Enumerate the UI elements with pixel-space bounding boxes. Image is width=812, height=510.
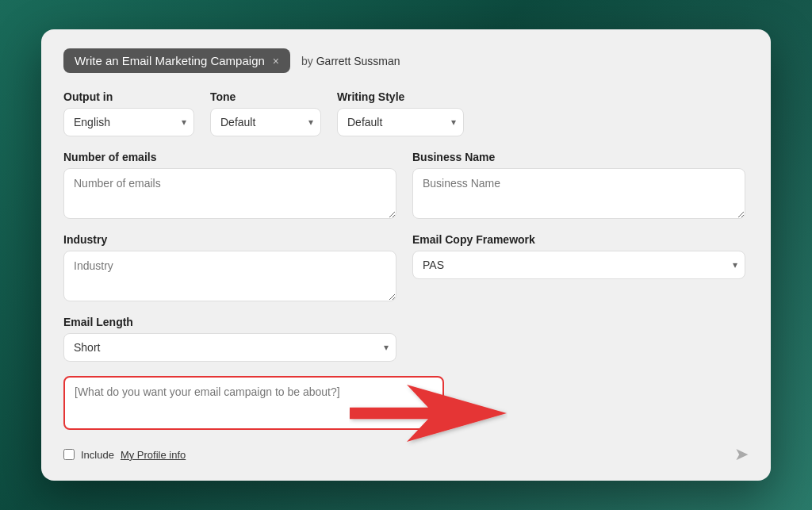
writing-style-label: Writing Style <box>337 90 464 103</box>
tab-close-icon[interactable]: × <box>273 55 279 67</box>
industry-framework-row: Industry Email Copy Framework PAS ▾ <box>63 233 749 301</box>
email-length-label: Email Length <box>63 316 396 328</box>
number-emails-label: Number of emails <box>63 151 396 163</box>
output-in-label: Output in <box>63 90 194 103</box>
modal-header: Write an Email Marketing Campaign × by G… <box>63 48 749 73</box>
emails-business-row: Number of emails Business Name <box>63 151 749 219</box>
tone-group: Tone Default ▾ <box>210 90 321 136</box>
business-name-input[interactable] <box>412 168 745 219</box>
email-length-row: Email Length Short ▾ <box>63 316 749 362</box>
send-button[interactable]: ➤ <box>734 444 749 465</box>
business-name-label: Business Name <box>412 151 745 163</box>
campaign-section <box>63 376 749 441</box>
output-in-dropdown-wrap: English ▾ <box>63 108 194 136</box>
email-framework-group: Email Copy Framework PAS ▾ <box>412 233 745 279</box>
red-arrow-icon <box>349 378 508 449</box>
business-name-group: Business Name <box>412 151 745 219</box>
industry-input[interactable] <box>63 251 396 301</box>
include-profile-checkbox[interactable] <box>63 449 75 460</box>
output-in-group: Output in English ▾ <box>63 90 194 136</box>
email-framework-label: Email Copy Framework <box>412 233 745 246</box>
include-label: Include <box>81 449 114 461</box>
email-length-dropdown-wrap: Short ▾ <box>63 333 396 362</box>
tab-title: Write an Email Marketing Campaign <box>75 54 265 67</box>
output-in-select[interactable]: English <box>63 108 194 136</box>
email-length-select[interactable]: Short <box>63 333 396 362</box>
by-text: by Garrett Sussman <box>301 55 400 67</box>
my-profile-link[interactable]: My Profile info <box>121 449 186 461</box>
writing-style-dropdown-wrap: Default ▾ <box>337 108 464 136</box>
industry-label: Industry <box>63 233 396 246</box>
email-length-group: Email Length Short ▾ <box>63 316 396 362</box>
tone-dropdown-wrap: Default ▾ <box>210 108 321 136</box>
author-link[interactable]: Garrett Sussman <box>316 55 400 67</box>
writing-style-select[interactable]: Default <box>337 108 464 136</box>
modal-container: Write an Email Marketing Campaign × by G… <box>41 29 771 481</box>
settings-row: Output in English ▾ Tone Default ▾ Writi… <box>63 90 749 136</box>
email-framework-dropdown-wrap: PAS ▾ <box>412 251 745 279</box>
include-row: Include My Profile info <box>63 449 186 461</box>
tone-select[interactable]: Default <box>210 108 321 136</box>
writing-style-group: Writing Style Default ▾ <box>337 90 464 136</box>
number-emails-input[interactable] <box>63 168 396 219</box>
email-framework-select[interactable]: PAS <box>412 251 745 279</box>
industry-group: Industry <box>63 233 396 301</box>
number-emails-group: Number of emails <box>63 151 396 219</box>
modal-tab[interactable]: Write an Email Marketing Campaign × <box>63 48 290 73</box>
svg-marker-0 <box>350 385 507 442</box>
tone-label: Tone <box>210 90 321 103</box>
